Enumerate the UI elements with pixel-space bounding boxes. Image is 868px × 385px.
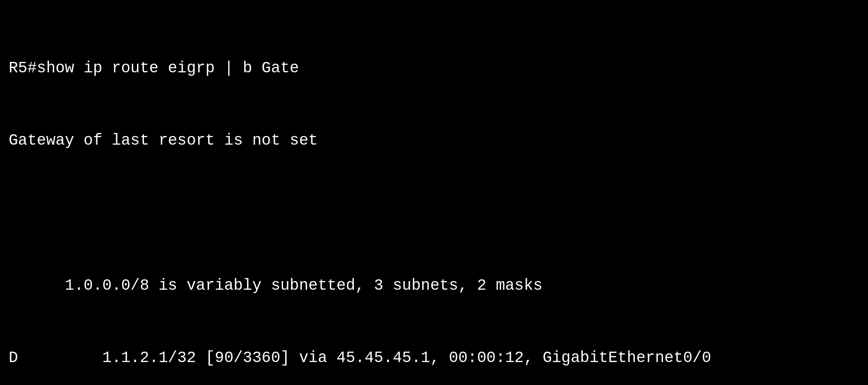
gateway-line: Gateway of last resort is not set bbox=[9, 129, 859, 153]
subnet-1-header: 1.0.0.0/8 is variably subnetted, 3 subne… bbox=[9, 274, 859, 298]
blank-line-1 bbox=[9, 201, 859, 225]
terminal-window: R5#show ip route eigrp | b Gate Gateway … bbox=[0, 0, 868, 385]
route-line-1: D 1.1.2.1/32 [90/3360] via 45.45.45.1, 0… bbox=[9, 346, 859, 370]
command-line: R5#show ip route eigrp | b Gate bbox=[9, 56, 859, 81]
